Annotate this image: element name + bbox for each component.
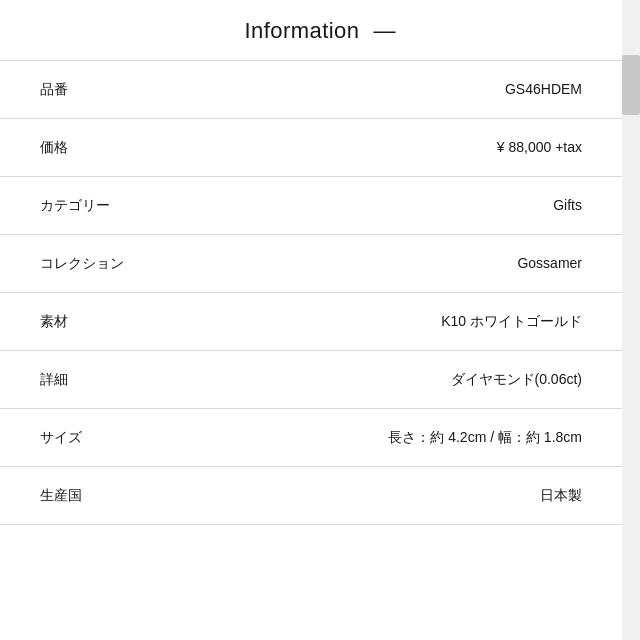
row-value: Gossamer — [249, 235, 622, 293]
info-table: 品番GS46HDEM価格¥ 88,000 +taxカテゴリーGiftsコレクショ… — [0, 60, 622, 525]
row-label: コレクション — [0, 235, 249, 293]
row-label: 品番 — [0, 61, 249, 119]
row-label: 素材 — [0, 293, 249, 351]
row-value: 日本製 — [249, 467, 622, 525]
scrollbar[interactable] — [622, 0, 640, 640]
page-container: Information — 品番GS46HDEM価格¥ 88,000 +taxカ… — [0, 0, 640, 640]
scrollbar-thumb[interactable] — [622, 55, 640, 115]
section-header: Information — — [0, 0, 640, 60]
collapse-button[interactable]: — — [373, 20, 395, 42]
table-row: カテゴリーGifts — [0, 177, 622, 235]
table-row: 詳細ダイヤモンド(0.06ct) — [0, 351, 622, 409]
table-row: サイズ長さ：約 4.2cm / 幅：約 1.8cm — [0, 409, 622, 467]
row-value: GS46HDEM — [249, 61, 622, 119]
row-label: 詳細 — [0, 351, 249, 409]
row-label: カテゴリー — [0, 177, 249, 235]
section-title: Information — [245, 18, 360, 44]
table-row: コレクションGossamer — [0, 235, 622, 293]
row-label: 生産国 — [0, 467, 249, 525]
table-row: 素材K10 ホワイトゴールド — [0, 293, 622, 351]
row-value: ¥ 88,000 +tax — [249, 119, 622, 177]
table-row: 価格¥ 88,000 +tax — [0, 119, 622, 177]
row-label: サイズ — [0, 409, 249, 467]
row-value: K10 ホワイトゴールド — [249, 293, 622, 351]
row-value: Gifts — [249, 177, 622, 235]
table-row: 品番GS46HDEM — [0, 61, 622, 119]
table-row: 生産国日本製 — [0, 467, 622, 525]
row-value: ダイヤモンド(0.06ct) — [249, 351, 622, 409]
row-value: 長さ：約 4.2cm / 幅：約 1.8cm — [249, 409, 622, 467]
row-label: 価格 — [0, 119, 249, 177]
